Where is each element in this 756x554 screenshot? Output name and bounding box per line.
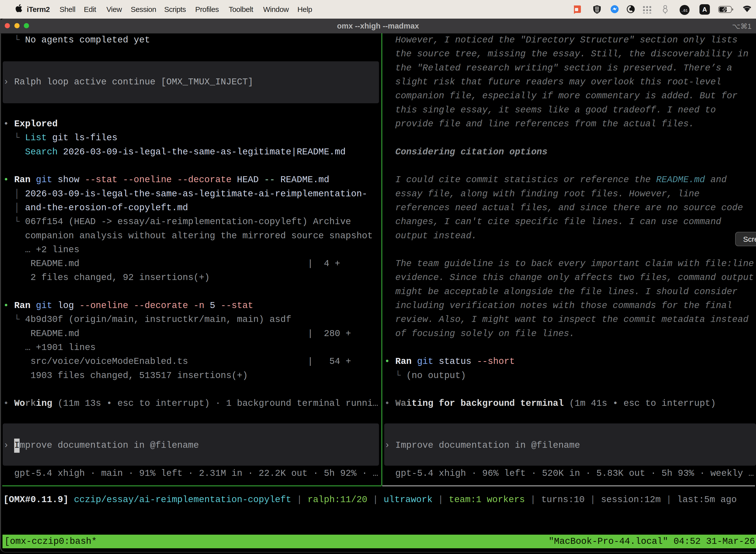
svg-text:A: A	[702, 6, 707, 13]
svg-text:..61: ..61	[681, 8, 688, 12]
